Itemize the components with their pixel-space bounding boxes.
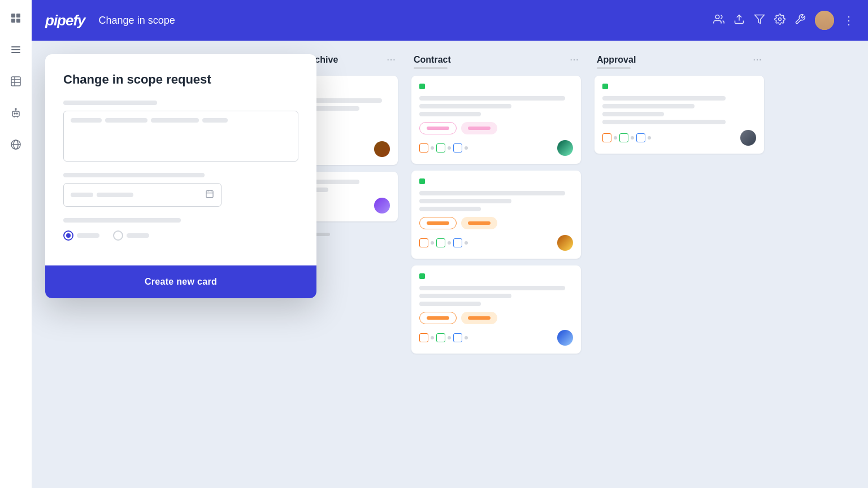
modal-title: Change in scope request (63, 72, 298, 87)
column-approval-underline (597, 67, 631, 69)
date-placeholder (97, 193, 133, 197)
column-menu-icon[interactable]: ⋯ (753, 54, 762, 65)
export-icon[interactable] (734, 14, 745, 27)
mini-dot (448, 146, 451, 150)
textarea-placeholder-line (202, 118, 228, 123)
wrench-icon[interactable] (795, 14, 806, 27)
column-approval-header: Approval ⋯ (594, 54, 764, 65)
svg-point-18 (715, 15, 719, 19)
badge-content (468, 221, 491, 225)
form-label-radio (63, 218, 181, 223)
card-line (419, 112, 481, 116)
card[interactable] (594, 76, 764, 154)
mini-icon-blue (636, 133, 645, 142)
column-menu-icon[interactable]: ⋯ (570, 54, 579, 65)
badge-orange-outline (419, 312, 457, 324)
card-avatar (374, 198, 390, 213)
badge-orange-fill (461, 217, 497, 229)
card-line (419, 104, 511, 108)
sidebar-item-table[interactable] (7, 72, 25, 90)
pipefy-logo: pipefy (45, 12, 85, 29)
badge-content (427, 316, 449, 320)
card-tag-green (602, 84, 608, 89)
sidebar-item-globe[interactable] (7, 136, 25, 154)
card-icon-group (419, 238, 468, 247)
column-contract: Contract ⋯ (411, 54, 581, 474)
mini-icon-green (436, 238, 445, 247)
sidebar-item-list[interactable] (7, 41, 25, 59)
radio-button-selected[interactable] (63, 230, 73, 241)
svg-rect-1 (16, 14, 20, 18)
modal-body: Change in scope request (45, 54, 316, 265)
create-new-card-button[interactable]: Create new card (145, 277, 217, 287)
card-avatar (557, 140, 573, 156)
modal-footer: Create new card (45, 265, 316, 298)
card-tag-green (419, 273, 425, 279)
mini-dot (631, 136, 634, 140)
svg-rect-2 (11, 19, 15, 23)
radio-button-unselected[interactable] (113, 230, 123, 241)
mini-icon-orange (602, 133, 611, 142)
svg-rect-0 (11, 14, 15, 18)
mini-dot (614, 136, 617, 140)
card-icon-group (419, 143, 468, 152)
card-line (419, 302, 481, 306)
users-icon[interactable] (713, 14, 724, 27)
sidebar-item-grid[interactable] (7, 9, 25, 27)
card-line (419, 207, 481, 211)
form-textarea-description[interactable] (63, 111, 298, 162)
board-area: Inbox + ⋯ (32, 41, 868, 488)
topbar: pipefy Change in scope ⋮ (32, 0, 868, 41)
textarea-placeholder-line (151, 118, 199, 123)
sidebar-item-robot[interactable] (7, 104, 25, 122)
card-line (602, 104, 695, 108)
mini-dot (448, 336, 451, 339)
date-placeholder (71, 193, 93, 197)
card[interactable] (411, 265, 581, 354)
form-group-radio (63, 218, 298, 241)
radio-option-yes[interactable] (63, 230, 99, 241)
mini-icon-green (436, 333, 445, 342)
column-menu-icon[interactable]: ⋯ (387, 54, 396, 65)
card-footer (419, 140, 573, 156)
filter-icon[interactable] (754, 14, 765, 27)
settings-icon[interactable] (774, 14, 785, 27)
column-approval-title: Approval (597, 55, 748, 65)
mini-dot (465, 146, 468, 150)
mini-icon-blue (453, 238, 462, 247)
mini-icon-green (619, 133, 628, 142)
user-avatar[interactable] (815, 11, 834, 30)
card-avatar (557, 330, 573, 346)
svg-point-21 (779, 18, 782, 21)
badge-content (427, 221, 449, 225)
badge-orange-outline (419, 217, 457, 229)
mini-icon-blue (453, 333, 462, 342)
card-line (419, 96, 565, 101)
form-label-date (63, 173, 205, 177)
calendar-icon[interactable] (205, 189, 214, 201)
card[interactable] (411, 76, 581, 164)
svg-rect-6 (11, 52, 20, 53)
more-options-icon[interactable]: ⋮ (843, 14, 854, 27)
svg-marker-20 (755, 15, 765, 24)
card-line (419, 286, 565, 290)
column-approval: Approval ⋯ (594, 54, 764, 474)
card[interactable] (411, 171, 581, 259)
mini-dot (648, 136, 651, 140)
card-line (602, 112, 664, 116)
card-line (602, 96, 726, 101)
textarea-placeholder-line (71, 118, 102, 123)
card-tag-green (419, 178, 425, 184)
badge-orange-fill2 (461, 312, 497, 324)
card-line (419, 294, 511, 298)
main-content: pipefy Change in scope ⋮ (32, 0, 868, 488)
mini-dot (431, 241, 434, 245)
form-group-description (63, 101, 298, 162)
mini-icon-green (436, 143, 445, 152)
topbar-logo-section: pipefy Change in scope (45, 12, 713, 29)
form-date-field[interactable] (63, 183, 222, 207)
svg-rect-13 (16, 113, 18, 114)
radio-option-no[interactable] (113, 230, 149, 241)
card-line (419, 199, 511, 203)
form-group-date (63, 173, 298, 207)
